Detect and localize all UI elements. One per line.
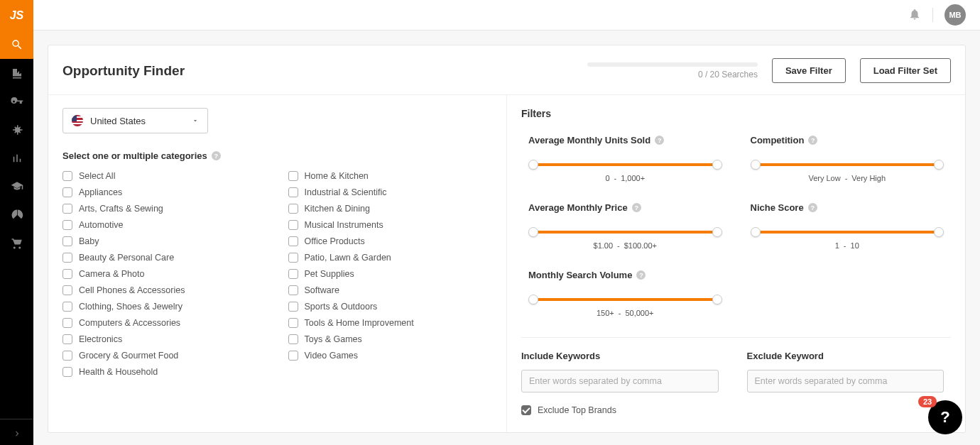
nav-academy[interactable]: [0, 172, 33, 201]
category-item-5-label: Camera & Photo: [79, 269, 144, 279]
nav-marketing[interactable]: [0, 116, 33, 144]
slider-handle-max[interactable]: [934, 160, 944, 170]
category-item-b-3-checkbox[interactable]: [288, 220, 298, 230]
category-item-10-checkbox[interactable]: [62, 351, 72, 361]
category-item-2[interactable]: Automotive: [62, 220, 267, 230]
category-item-11-checkbox[interactable]: [62, 367, 72, 377]
load-filter-set-button[interactable]: Load Filter Set: [860, 58, 951, 83]
category-item-b-3[interactable]: Musical Instruments: [288, 220, 493, 230]
nav-keyword[interactable]: [0, 87, 33, 116]
save-filter-button[interactable]: Save Filter: [772, 58, 846, 83]
category-item-b-8[interactable]: Sports & Outdoors: [288, 302, 493, 312]
slider-handle-max[interactable]: [712, 227, 722, 237]
nav-opportunity-finder[interactable]: [0, 31, 33, 59]
notifications-button[interactable]: [908, 8, 921, 23]
category-item-b-0-checkbox[interactable]: [288, 171, 298, 181]
slider-handle-min[interactable]: [751, 227, 761, 237]
category-item-b-11-checkbox[interactable]: [288, 351, 298, 361]
category-item-3-checkbox[interactable]: [62, 236, 72, 246]
include-keywords-input[interactable]: [521, 370, 719, 392]
category-item-b-8-checkbox[interactable]: [288, 302, 298, 312]
filter-label-1: Competition?: [751, 135, 944, 145]
slider-handle-max[interactable]: [712, 295, 722, 304]
opportunity-finder-panel: Opportunity Finder 0 / 20 Searches Save …: [48, 45, 966, 433]
help-icon[interactable]: ?: [808, 136, 817, 145]
graduation-icon: [11, 180, 23, 193]
category-item-b-4-checkbox[interactable]: [288, 236, 298, 246]
category-item-b-5-label: Patio, Lawn & Garden: [305, 253, 391, 263]
filter-slider-4[interactable]: [528, 295, 722, 304]
category-item-b-1[interactable]: Industrial & Scientific: [288, 187, 493, 197]
category-item-b-9[interactable]: Tools & Home Improvement: [288, 318, 493, 328]
category-item-b-2[interactable]: Kitchen & Dining: [288, 204, 493, 214]
category-item-9-checkbox[interactable]: [62, 334, 72, 344]
category-item-b-0[interactable]: Home & Kitchen: [288, 171, 493, 181]
help-chat-button[interactable]: 23 ?: [928, 400, 962, 434]
filter-slider-0[interactable]: [528, 160, 722, 170]
slider-handle-max[interactable]: [934, 227, 944, 237]
slider-handle-min[interactable]: [528, 295, 538, 304]
category-item-9[interactable]: Electronics: [62, 334, 267, 344]
category-item-8-checkbox[interactable]: [62, 318, 72, 328]
category-item-1[interactable]: Arts, Crafts & Sewing: [62, 204, 267, 214]
category-item-b-4[interactable]: Office Products: [288, 236, 493, 246]
exclude-top-brands-label: Exclude Top Brands: [538, 405, 616, 415]
sidebar-expand[interactable]: [0, 419, 33, 445]
category-item-0-checkbox[interactable]: [62, 187, 72, 197]
exclude-top-brands-checkbox[interactable]: [521, 405, 531, 415]
category-item-b-6-checkbox[interactable]: [288, 269, 298, 279]
category-item-b-10[interactable]: Toys & Games: [288, 334, 493, 344]
nav-analytics[interactable]: [0, 144, 33, 172]
nav-product-database[interactable]: [0, 59, 33, 87]
exclude-keyword-input[interactable]: [747, 370, 944, 392]
category-item-b-1-checkbox[interactable]: [288, 187, 298, 197]
nav-suppliers[interactable]: [0, 201, 33, 229]
category-select-all-checkbox[interactable]: [62, 171, 72, 181]
category-item-6-checkbox[interactable]: [62, 285, 72, 295]
category-item-b-11[interactable]: Video Games: [288, 351, 493, 361]
category-item-b-9-checkbox[interactable]: [288, 318, 298, 328]
nav-cart[interactable]: [0, 229, 33, 258]
filter-label-0: Average Monthly Units Sold?: [528, 135, 722, 145]
slider-handle-min[interactable]: [528, 227, 538, 237]
country-select[interactable]: United States: [62, 108, 208, 133]
category-item-3[interactable]: Baby: [62, 236, 267, 246]
filter-slider-1[interactable]: [751, 160, 944, 170]
category-item-b-7[interactable]: Software: [288, 285, 493, 295]
category-item-2-checkbox[interactable]: [62, 220, 72, 230]
category-item-8[interactable]: Computers & Accessories: [62, 318, 267, 328]
category-item-4[interactable]: Beauty & Personal Care: [62, 253, 267, 263]
category-item-b-5-checkbox[interactable]: [288, 253, 298, 263]
category-item-b-5[interactable]: Patio, Lawn & Garden: [288, 253, 493, 263]
slider-handle-min[interactable]: [528, 160, 538, 170]
category-item-7-checkbox[interactable]: [62, 302, 72, 312]
category-item-1-checkbox[interactable]: [62, 204, 72, 214]
category-item-b-2-checkbox[interactable]: [288, 204, 298, 214]
category-item-11[interactable]: Health & Household: [62, 367, 267, 377]
help-icon[interactable]: ?: [632, 203, 641, 212]
category-item-0[interactable]: Appliances: [62, 187, 267, 197]
help-icon[interactable]: ?: [636, 270, 646, 280]
category-item-10[interactable]: Grocery & Gourmet Food: [62, 351, 267, 361]
filter-slider-2[interactable]: [528, 227, 722, 237]
sidebar: JS: [0, 0, 33, 445]
category-item-7[interactable]: Clothing, Shoes & Jewelry: [62, 302, 267, 312]
category-select-all[interactable]: Select All: [62, 171, 267, 181]
filter-slider-3[interactable]: [751, 227, 944, 237]
category-item-b-7-label: Software: [305, 285, 339, 295]
category-item-b-6[interactable]: Pet Supplies: [288, 269, 493, 279]
help-icon[interactable]: ?: [655, 136, 664, 145]
help-icon[interactable]: ?: [808, 203, 817, 212]
avatar[interactable]: MB: [944, 4, 966, 26]
category-item-6[interactable]: Cell Phones & Accessories: [62, 285, 267, 295]
slider-handle-max[interactable]: [712, 160, 722, 170]
help-icon[interactable]: ?: [212, 151, 221, 160]
chevron-down-icon: [192, 116, 199, 126]
category-item-b-7-checkbox[interactable]: [288, 285, 298, 295]
category-item-4-checkbox[interactable]: [62, 253, 72, 263]
category-item-5-checkbox[interactable]: [62, 269, 72, 279]
category-item-b-10-label: Toys & Games: [305, 334, 362, 344]
category-item-b-10-checkbox[interactable]: [288, 334, 298, 344]
slider-handle-min[interactable]: [751, 160, 761, 170]
category-item-5[interactable]: Camera & Photo: [62, 269, 267, 279]
